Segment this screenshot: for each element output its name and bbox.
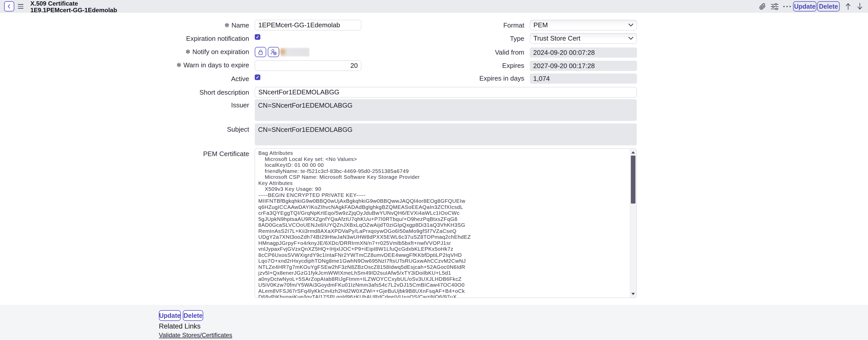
more-options-icon[interactable]	[783, 6, 791, 7]
issuer-readonly-field: CN=SNcertFor1EDEMOLABGG	[255, 99, 637, 121]
context-menu-icon[interactable]	[18, 4, 24, 9]
mandatory-icon: ✻	[224, 22, 229, 29]
valid-from-readonly-field: 2024-09-20 00:07:28	[530, 48, 637, 58]
notify-on-expiration-value-redacted[interactable]	[281, 48, 309, 56]
x509-certificate-form-page: X.509 Certificate 1E9.1PEMcert-GG-1Edemo…	[0, 0, 868, 340]
expires-in-days-readonly-field: 1,074	[530, 73, 637, 84]
active-checkbox[interactable]: ✓	[255, 74, 260, 80]
header-bar: X.509 Certificate 1E9.1PEMcert-GG-1Edemo…	[0, 0, 868, 13]
lock-button[interactable]	[255, 47, 266, 57]
pem-certificate-text: Bag Attributes Microsoft Local Key set: …	[258, 150, 628, 298]
expiration-notification-label: Expiration notification	[71, 35, 249, 42]
valid-from-label: Valid from	[382, 49, 524, 56]
format-label: Format	[382, 22, 524, 29]
expires-in-days-label: Expires in days	[382, 74, 524, 82]
type-select[interactable]: Trust Store Cert	[530, 33, 637, 43]
expires-label: Expires	[382, 62, 524, 69]
header-update-button[interactable]: Update	[793, 1, 816, 11]
check-icon: ✓	[256, 34, 259, 40]
expiration-notification-checkbox[interactable]: ✓	[255, 34, 260, 40]
warn-in-days-label: ✻Warn in days to expire	[71, 61, 249, 69]
add-user-button[interactable]	[268, 47, 279, 57]
mandatory-icon: ✻	[177, 62, 181, 68]
chevron-down-icon	[628, 24, 633, 27]
name-label: ✻Name	[71, 22, 249, 29]
short-description-label: Short description	[71, 89, 249, 96]
notify-on-expiration-label: ✻Notify on expiration	[71, 48, 249, 56]
format-selected-value: PEM	[533, 21, 548, 29]
short-description-input[interactable]	[255, 87, 637, 97]
avatar	[280, 49, 285, 55]
attachment-paperclip-icon[interactable]	[758, 3, 766, 10]
format-select[interactable]: PEM	[530, 20, 637, 30]
footer-section	[0, 305, 868, 340]
footer-delete-button[interactable]: Delete	[183, 310, 203, 321]
pem-scrollbar[interactable]	[630, 149, 636, 298]
subject-readonly-field: CN=SNcertFor1EDEMOLABGG	[255, 123, 637, 145]
footer-update-button[interactable]: Update	[159, 310, 181, 321]
expires-readonly-field: 2027-09-20 00:17:28	[530, 61, 637, 71]
scrollbar-thumb[interactable]	[631, 156, 636, 204]
next-record-arrow-down-icon[interactable]	[856, 3, 863, 10]
person-plus-icon	[270, 49, 277, 56]
header-delete-button[interactable]: Delete	[817, 1, 840, 11]
validate-stores-certificates-link[interactable]: Validate Stores/Certificates	[159, 332, 232, 339]
active-label: Active	[71, 75, 249, 83]
chevron-down-icon	[628, 37, 633, 40]
warn-in-days-input[interactable]	[255, 60, 361, 71]
pem-certificate-textarea[interactable]: Bag Attributes Microsoft Local Key set: …	[255, 149, 637, 298]
pem-certificate-label: PEM Certificate	[71, 150, 249, 158]
page-title: X.509 Certificate 1E9.1PEMcert-GG-1Edemo…	[30, 1, 117, 13]
back-button[interactable]	[4, 1, 14, 11]
scroll-down-icon[interactable]	[631, 293, 635, 295]
previous-record-arrow-up-icon[interactable]	[844, 3, 852, 10]
issuer-label: Issuer	[71, 101, 249, 109]
personalize-form-sliders-icon[interactable]	[771, 3, 779, 10]
lock-icon	[257, 49, 264, 55]
check-icon: ✓	[256, 75, 259, 80]
related-links-heading: Related Links	[159, 322, 201, 330]
type-label: Type	[382, 35, 524, 42]
name-input[interactable]	[255, 20, 361, 30]
subject-label: Subject	[71, 125, 249, 133]
record-name-title: 1E9.1PEMcert-GG-1Edemolab	[30, 7, 117, 13]
chevron-left-icon	[6, 3, 12, 9]
type-selected-value: Trust Store Cert	[533, 34, 580, 42]
record-type-title: X.509 Certificate	[30, 1, 117, 7]
mandatory-icon: ✻	[185, 49, 190, 55]
scroll-up-icon[interactable]	[631, 151, 635, 154]
